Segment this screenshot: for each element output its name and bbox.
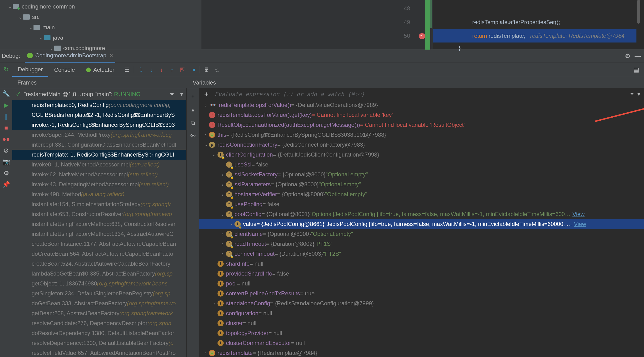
- gear-icon[interactable]: ⚙: [625, 53, 630, 60]
- chevron-icon[interactable]: ›: [220, 231, 226, 237]
- drop-frame-icon[interactable]: ⇱: [179, 66, 186, 74]
- scroll-up-icon[interactable]: ▴: [192, 106, 194, 113]
- folder-java[interactable]: java: [53, 35, 63, 41]
- run-to-cursor-icon[interactable]: ⇥: [189, 66, 196, 74]
- variable-row[interactable]: ftopologyProvider = null: [199, 328, 644, 338]
- step-over-icon[interactable]: ⤵: [137, 66, 144, 74]
- tab-debugger[interactable]: Debugger: [12, 63, 48, 77]
- stack-frame[interactable]: lambda$doGetBean$0:335, AbstractBeanFact…: [12, 269, 186, 279]
- variable-row[interactable]: fclusterCommandExecutor = null: [199, 338, 644, 348]
- stack-frame[interactable]: invoke:43, DelegatingMethodAccessorImpl …: [12, 179, 186, 189]
- show-icon[interactable]: 👁: [190, 133, 196, 139]
- editor[interactable]: 48 49 50 redisTemplate.afterPropertiesSe…: [202, 0, 644, 49]
- folder-main[interactable]: main: [42, 24, 55, 31]
- variable-row[interactable]: ›≡this = {RedisConfig$$EnhancerBySpringC…: [199, 130, 644, 140]
- variable-row[interactable]: fpool = null: [199, 279, 644, 288]
- chevron-down-icon[interactable]: ⌄: [7, 4, 13, 10]
- chevron-icon[interactable]: ›: [228, 221, 234, 227]
- variable-row[interactable]: ›fhostnameVerifier = {Optional@8000} "Op…: [199, 189, 644, 199]
- tab-actuator[interactable]: Actuator: [80, 63, 120, 77]
- stack-frame[interactable]: redisTemplate:50, RedisConfig (com.codin…: [12, 100, 186, 110]
- pin-icon[interactable]: 📌: [2, 181, 10, 188]
- code-line[interactable]: }: [458, 45, 460, 52]
- variable-row[interactable]: ⌄fclientConfiguration = {DefaultJedisCli…: [199, 150, 644, 160]
- rerun-icon[interactable]: ↻: [2, 66, 10, 73]
- stack-frame[interactable]: instantiateUsingFactoryMethod:638, Const…: [12, 219, 186, 229]
- resume-icon[interactable]: ▶: [2, 102, 10, 109]
- chevron-icon[interactable]: ›: [202, 350, 209, 356]
- stop-icon[interactable]: ■: [2, 124, 10, 131]
- dropdown-icon[interactable]: ▾: [180, 91, 183, 98]
- folder-src[interactable]: src: [32, 14, 40, 20]
- variable-row[interactable]: ›fconnectTimeout = {Duration@8003} "PT2S…: [199, 249, 644, 259]
- filter-icon[interactable]: ⏷: [169, 91, 175, 98]
- get-thread-dump-icon[interactable]: 📷: [2, 158, 10, 165]
- stack-frame[interactable]: doCreateBean:564, AbstractAutowireCapabl…: [12, 249, 186, 259]
- variable-row[interactable]: fuseSsl = false: [199, 160, 644, 170]
- stack-frame[interactable]: CGLIB$redisTemplate$2:-1, RedisConfig$$E…: [12, 110, 186, 120]
- step-into-icon[interactable]: ↓: [148, 66, 155, 74]
- variable-row[interactable]: !redisTemplate.opsForValue().get(key) = …: [199, 110, 644, 120]
- threads-icon[interactable]: ☰: [123, 66, 130, 74]
- stack-frame[interactable]: resolveFieldValue:657, AutowiredAnnotati…: [12, 348, 186, 357]
- step-out-icon[interactable]: ↑: [168, 66, 176, 74]
- variable-row[interactable]: fshardInfo = null: [199, 259, 644, 269]
- stack-frame[interactable]: invoke:-1, RedisConfig$$EnhancerBySpring…: [12, 120, 186, 130]
- chevron-icon[interactable]: ›: [202, 103, 209, 108]
- code-line[interactable]: redisTemplate.afterPropertiesSet();: [472, 19, 560, 26]
- scrollbar[interactable]: [637, 0, 640, 24]
- stack-frame[interactable]: getBean:208, AbstractBeanFactory (org.sp…: [12, 308, 186, 318]
- variable-row[interactable]: fconfiguration = null: [199, 308, 644, 318]
- force-step-into-icon[interactable]: ↓: [158, 66, 165, 74]
- stack-frame[interactable]: intercept:331, ConfigurationClassEnhance…: [12, 140, 186, 150]
- stack-frame[interactable]: redisTemplate:-1, RedisConfig$$EnhancerB…: [12, 150, 186, 160]
- code-line[interactable]: return redisTemplate; redisTemplate: Red…: [472, 33, 625, 39]
- chevron-down-icon[interactable]: ⌄: [38, 35, 44, 41]
- stack-frame[interactable]: invoke:498, Method (java.lang.reflect): [12, 189, 186, 199]
- variable-row[interactable]: ⌄predisConnectionFactory = {JedisConnect…: [199, 140, 644, 150]
- copy-icon[interactable]: ⧉: [191, 120, 195, 126]
- stack-frame[interactable]: invoke:62, NativeMethodAccessorImpl (sun…: [12, 170, 186, 179]
- project-root[interactable]: codingmore-common: [22, 3, 75, 10]
- chevron-down-icon[interactable]: ⌄: [28, 25, 34, 30]
- close-icon[interactable]: ×: [110, 52, 113, 59]
- stack-frame[interactable]: invoke0:-1, NativeMethodAccessorImpl (su…: [12, 160, 186, 170]
- variable-row[interactable]: ›freadTimeout = {Duration@8002} "PT1S": [199, 239, 644, 249]
- chevron-icon[interactable]: ›: [202, 132, 209, 138]
- view-link[interactable]: View: [572, 211, 584, 217]
- evaluate-icon[interactable]: 🖩: [203, 66, 210, 74]
- variable-row[interactable]: ›fvalue = {JedisPoolConfig@8661} "JedisP…: [199, 219, 644, 229]
- thread-selector[interactable]: ✓ "restartedMain"@1,8…roup "main": RUNNI…: [12, 88, 186, 100]
- settings-icon[interactable]: ⚙: [2, 170, 10, 177]
- chevron-icon[interactable]: ⌄: [220, 211, 226, 217]
- view-link[interactable]: View: [574, 221, 586, 227]
- variable-row[interactable]: ›fsslParameters = {Optional@8000} "Optio…: [199, 179, 644, 189]
- breakpoint-icon[interactable]: [419, 33, 425, 39]
- variable-row[interactable]: fcluster = null: [199, 318, 644, 328]
- variable-row[interactable]: ›fclientName = {Optional@8000} "Optional…: [199, 229, 644, 239]
- minimize-icon[interactable]: —: [634, 53, 641, 60]
- panel-divider[interactable]: ＋ ▴ ⧉ 👁: [186, 88, 199, 357]
- variable-row[interactable]: !ResultObject.unauthorized(authException…: [199, 120, 644, 130]
- mute-breakpoints-icon[interactable]: ⊘: [2, 147, 10, 154]
- debug-session-tab[interactable]: CodingmoreAdminBootstrap ×: [25, 49, 115, 63]
- variable-row[interactable]: fprovidedShardInfo = false: [199, 269, 644, 279]
- stack-frame[interactable]: instantiate:154, SimpleInstantiationStra…: [12, 199, 186, 209]
- dropdown-icon[interactable]: ▾: [638, 91, 640, 98]
- stack-frame[interactable]: doGetBean:333, AbstractBeanFactory (org.…: [12, 298, 186, 308]
- project-tree[interactable]: ⌄codingmore-common ⌄src ⌄main ⌄java ⌄com…: [0, 0, 202, 49]
- stack-frame[interactable]: createBeanInstance:1177, AbstractAutowir…: [12, 239, 186, 249]
- stack-frame[interactable]: createBean:524, AbstractAutowireCapableB…: [12, 259, 186, 269]
- stack-frame[interactable]: instantiateUsingFactoryMethod:1334, Abst…: [12, 229, 186, 239]
- stack-frame[interactable]: getObject:-1, 1836746980 (org.springfram…: [12, 279, 186, 288]
- variables-panel[interactable]: ＋ Evaluate expression (⏎) or add a watch…: [199, 88, 644, 357]
- variable-row[interactable]: fusePooling = false: [199, 199, 644, 209]
- add-icon[interactable]: ＋: [203, 89, 210, 99]
- pause-icon[interactable]: ∥: [2, 113, 10, 120]
- stack-frame[interactable]: getSingleton:234, DefaultSingletonBeanRe…: [12, 288, 186, 298]
- stack-frame[interactable]: resolveDependency:1300, DefaultListableB…: [12, 338, 186, 348]
- chevron-icon[interactable]: ⌄: [202, 142, 209, 148]
- variable-row[interactable]: ›fstandaloneConfig = {RedisStandaloneCon…: [199, 298, 644, 308]
- trace-icon[interactable]: ⎌: [214, 66, 220, 74]
- chevron-icon[interactable]: ›: [220, 251, 226, 257]
